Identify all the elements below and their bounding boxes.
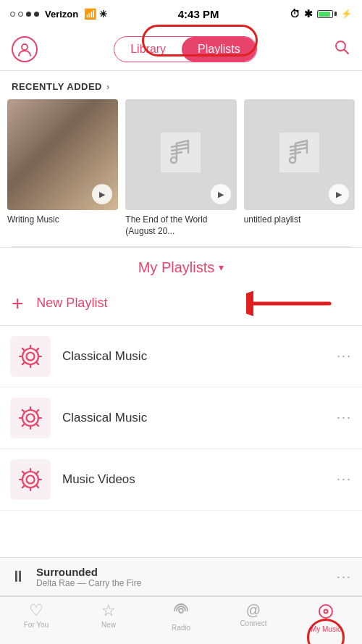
recently-added-label: RECENTLY ADDED [12,81,102,92]
radio-label: Radio [172,624,190,632]
search-button[interactable] [333,38,350,60]
album-thumb-0[interactable]: ▶ [7,99,118,210]
signal-dot-3 [26,12,31,17]
album-title-1: The End of the World (August 20... [125,214,236,237]
new-icon: ☆ [101,603,116,619]
svg-point-12 [22,348,38,364]
signal-dot-1 [10,12,15,17]
signal-dot-2 [18,12,23,17]
playlist-icon-wrap-1 [10,398,51,438]
svg-point-11 [27,352,35,360]
radio-icon [173,603,189,622]
playlist-more-1[interactable]: ··· [337,410,352,425]
album-item-1[interactable]: ▶ The End of the World (August 20... [125,99,236,238]
pause-button[interactable]: ⏸ [10,567,26,586]
connect-label: Connect [240,619,266,627]
wifi-icon: 📶 [84,8,96,20]
album-title-0: Writing Music [7,214,59,226]
connect-icon: @ [246,603,261,617]
playlist-icon-wrap-2 [10,459,51,500]
music-note-icon-2 [279,133,319,177]
playlist-list: Classical Music ··· Classical Music ··· … [0,326,362,511]
tab-connect[interactable]: @ Connect [217,603,290,627]
tab-new[interactable]: ☆ New [72,603,145,629]
svg-point-13 [27,414,35,422]
my-playlists-label: My Playlists [138,259,215,276]
now-playing-subtitle: Delta Rae — Carry the Fire [36,578,337,588]
status-right: ⏱ ✱ ⚡ [290,8,352,20]
svg-point-0 [22,44,28,50]
my-music-label: My Music [311,625,341,633]
new-playlist-plus-icon: + [12,293,23,314]
svg-point-14 [22,410,38,426]
play-button-1[interactable]: ▶ [211,184,231,204]
for-you-icon: ♡ [29,603,43,619]
new-playlist-row[interactable]: + New Playlist [0,282,362,326]
new-playlist-label: New Playlist [36,296,107,311]
my-playlists-chevron: ▾ [219,262,224,273]
status-left: Verizon 📶 ✳ [10,8,107,20]
now-playing-title: Surrounded [36,566,337,578]
playlists-tab[interactable]: Playlists [182,37,256,62]
svg-point-17 [179,609,183,613]
app-header: Library Playlists [0,28,362,71]
album-title-2: untitled playlist [244,214,301,226]
gear-icon-2 [17,467,43,493]
playlist-more-0[interactable]: ··· [337,348,352,364]
status-bar: Verizon 📶 ✳ 4:43 PM ⏱ ✱ ⚡ [0,0,362,28]
recently-added-header[interactable]: RECENTLY ADDED › [0,71,362,99]
album-thumb-2[interactable]: ▶ [244,99,355,210]
new-label: New [101,621,116,629]
now-playing-more[interactable]: ··· [337,569,352,585]
recently-added-chevron: › [106,81,110,92]
playlist-more-2[interactable]: ··· [337,472,352,487]
play-button-2[interactable]: ▶ [329,184,349,204]
tab-bar: ♡ For You ☆ New Radio @ Connect [0,596,362,644]
profile-button[interactable] [12,36,38,62]
clock-icon: ⏱ [290,8,300,20]
nav-tabs: Library Playlists [114,36,257,62]
album-thumb-1[interactable]: ▶ [125,99,236,210]
album-grid: ▶ Writing Music ▶ The End of [0,99,362,238]
my-playlists-header[interactable]: My Playlists ▾ [0,247,362,282]
svg-point-20 [325,611,327,613]
svg-point-15 [27,475,35,483]
activity-icon: ✳ [99,9,107,20]
tab-my-music[interactable]: My Music [290,603,362,633]
bluetooth-icon: ✱ [304,8,313,20]
playlist-name-0: Classical Music [62,349,337,364]
playlist-icon-wrap-0 [10,336,51,377]
now-playing-bar[interactable]: ⏸ Surrounded Delta Rae — Carry the Fire … [0,557,362,596]
playlist-name-2: Music Videos [62,472,337,487]
album-item-0[interactable]: ▶ Writing Music [7,99,118,238]
red-arrow-annotation [246,288,333,319]
carrier-name: Verizon [45,9,78,20]
gear-icon-1 [17,405,43,431]
playlist-item-1[interactable]: Classical Music ··· [0,388,362,449]
library-tab[interactable]: Library [114,37,182,62]
album-item-2[interactable]: ▶ untitled playlist [244,99,355,238]
now-playing-info: Surrounded Delta Rae — Carry the Fire [36,566,337,588]
tab-for-you[interactable]: ♡ For You [0,603,72,629]
for-you-label: For You [24,621,49,629]
svg-point-16 [22,472,38,488]
status-time: 4:43 PM [178,8,219,20]
signal-dot-4 [34,12,39,17]
music-note-icon-1 [161,133,201,177]
playlist-name-1: Classical Music [62,411,337,425]
gear-icon-0 [17,343,43,369]
tab-radio[interactable]: Radio [145,603,217,632]
battery-indicator [317,10,337,18]
charging-icon: ⚡ [341,9,352,19]
my-music-icon [317,603,334,623]
playlist-item-0[interactable]: Classical Music ··· [0,326,362,388]
playlist-item-2[interactable]: Music Videos ··· [0,449,362,511]
